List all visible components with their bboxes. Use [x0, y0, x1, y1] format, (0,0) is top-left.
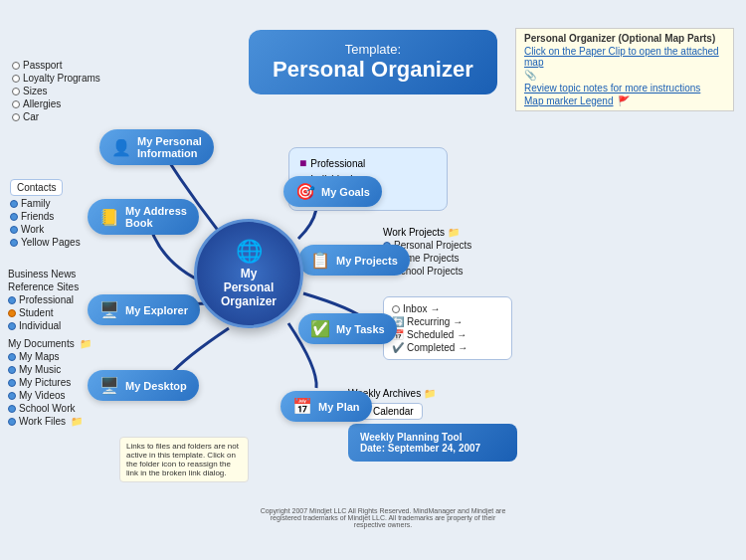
plan-icon: 📅: [292, 397, 312, 416]
leaf-reference: Reference Sites: [8, 281, 79, 292]
label-proj-work: Work Projects: [383, 227, 445, 238]
branch-plan-label: My Plan: [318, 401, 360, 413]
label-car: Car: [23, 111, 39, 122]
label-my-maps: My Maps: [19, 351, 60, 362]
leaf-my-videos: My Videos: [8, 390, 92, 401]
branch-address-book[interactable]: 📒 My AddressBook: [88, 199, 199, 235]
label-work: Work: [21, 224, 44, 235]
desktop-leaves: My Documents 📁 My Maps My Music My Pictu…: [8, 336, 92, 429]
copyright: Copyright 2007 Mindjet LLC All Rights Re…: [259, 507, 507, 528]
marker-link[interactable]: Map marker Legend: [524, 95, 614, 106]
tooltip-text: Links to files and folders are not activ…: [126, 442, 239, 477]
label-loyalty: Loyalty Programs: [23, 73, 100, 84]
arrow-recurring: →: [453, 316, 463, 327]
leaf-contacts: Contacts: [10, 179, 81, 196]
branch-my-explorer[interactable]: 🖥️ My Explorer: [88, 294, 200, 325]
bullet-my-videos: [8, 392, 16, 400]
check-icon: ✔️: [392, 342, 404, 353]
bullet-work-files: [8, 418, 16, 426]
label-yellow-pages: Yellow Pages: [21, 237, 81, 248]
branch-my-information[interactable]: 👤 My PersonalInformation: [99, 129, 214, 165]
task-completed: ✔️ Completed →: [392, 342, 503, 353]
label-my-documents: My Documents: [8, 338, 75, 349]
bullet-student: [8, 309, 16, 317]
label-my-videos: My Videos: [19, 390, 66, 401]
arrow-completed: →: [458, 342, 467, 353]
label-passport: Passport: [23, 60, 62, 71]
label-recurring: Recurring: [407, 316, 450, 327]
address-icon: 📒: [99, 208, 119, 227]
tasks-box: Inbox → 🔄 Recurring → 📅 Scheduled → ✔️ C…: [383, 296, 512, 360]
plan-box: Weekly Archives 📁 📅 Calendar Weekly Plan…: [348, 388, 517, 462]
folder-archives: 📁: [424, 388, 436, 399]
central-line1: My: [241, 267, 258, 280]
bullet-explorer-professional: [8, 296, 16, 304]
leaf-car: Car: [12, 111, 100, 122]
leaf-school-work: School Work: [8, 403, 92, 414]
branch-information-label: My PersonalInformation: [137, 135, 202, 159]
label-goal-professional: Professional: [310, 158, 365, 169]
legend-row: Map marker Legend 🚩: [524, 95, 725, 106]
label-my-music: My Music: [19, 364, 61, 375]
branch-my-plan[interactable]: 📅 My Plan: [280, 391, 372, 422]
bullet-work: [10, 226, 18, 234]
tooltip-box: Links to files and folders are not activ…: [119, 437, 249, 482]
label-sizes: Sizes: [23, 86, 47, 96]
leaf-loyalty: Loyalty Programs: [12, 73, 100, 84]
label-calendar: Calendar: [373, 406, 414, 417]
branch-address-label: My AddressBook: [125, 205, 187, 229]
bullet-loyalty: [12, 75, 20, 83]
weekly-archives-label: Weekly Archives 📁: [348, 388, 517, 399]
desktop-icon: 🖥️: [99, 376, 119, 395]
leaf-my-maps: My Maps: [8, 351, 92, 362]
leaf-work-files: Work Files 📁: [8, 416, 92, 427]
branch-tasks-label: My Tasks: [336, 323, 385, 335]
explorer-leaves: Business News Reference Sites Profession…: [8, 267, 79, 333]
weekly-tool-date: Date: September 24, 2007: [360, 443, 505, 454]
information-leaves: Passport Loyalty Programs Sizes Allergie…: [12, 58, 100, 124]
leaf-individual: Individual: [8, 320, 79, 331]
leaf-friends: Friends: [10, 211, 81, 222]
bullet-passport: [12, 62, 20, 70]
label-school-work: School Work: [19, 403, 76, 414]
leaf-allergies: Allergies: [12, 98, 100, 109]
leaf-work: Work: [10, 224, 81, 235]
bullet-my-maps: [8, 353, 16, 361]
template-label: Template:: [273, 42, 473, 57]
label-individual: Individual: [19, 320, 61, 331]
proj-work: Work Projects 📁: [383, 227, 471, 238]
leaf-student: Student: [8, 307, 79, 318]
label-scheduled: Scheduled: [407, 329, 454, 340]
click-instruction[interactable]: Click on the Paper Clip to open the atta…: [524, 46, 725, 68]
label-contacts: Contacts: [17, 182, 56, 193]
bullet-car: [12, 113, 20, 121]
leaf-sizes: Sizes: [12, 86, 100, 96]
bullet-school-work: [8, 405, 16, 413]
bullet-yellow-pages: [10, 239, 18, 247]
review-link[interactable]: Review topic notes for more instructions: [524, 83, 725, 93]
arrow-scheduled: →: [457, 329, 466, 340]
goals-icon: 🎯: [295, 182, 315, 201]
folder-proj: 📁: [448, 227, 460, 238]
branch-my-projects[interactable]: 📋 My Projects: [298, 245, 410, 276]
flag-icon: 🚩: [618, 95, 630, 106]
person-icon: 👤: [111, 138, 131, 157]
bullet-my-pictures: [8, 379, 16, 387]
leaf-my-documents: My Documents 📁: [8, 338, 92, 349]
leaf-yellow-pages: Yellow Pages: [10, 237, 81, 248]
task-scheduled: 📅 Scheduled →: [392, 329, 503, 340]
label-student: Student: [19, 307, 53, 318]
projects-icon: 📋: [310, 251, 330, 270]
explorer-icon: 🖥️: [99, 300, 119, 319]
branch-explorer-label: My Explorer: [125, 304, 188, 316]
leaf-professional: Professional: [8, 294, 79, 305]
arrow-inbox: →: [430, 303, 440, 314]
branch-my-tasks[interactable]: ✅ My Tasks: [298, 313, 397, 344]
main-title: Personal Organizer: [273, 57, 473, 83]
central-line2: Personal: [224, 280, 275, 294]
branch-my-desktop[interactable]: 🖥️ My Desktop: [88, 370, 199, 401]
label-friends: Friends: [21, 211, 54, 222]
task-recurring: 🔄 Recurring →: [392, 316, 503, 327]
branch-my-goals[interactable]: 🎯 My Goals: [283, 176, 382, 207]
info-panel: Personal Organizer (Optional Map Parts) …: [515, 28, 734, 111]
